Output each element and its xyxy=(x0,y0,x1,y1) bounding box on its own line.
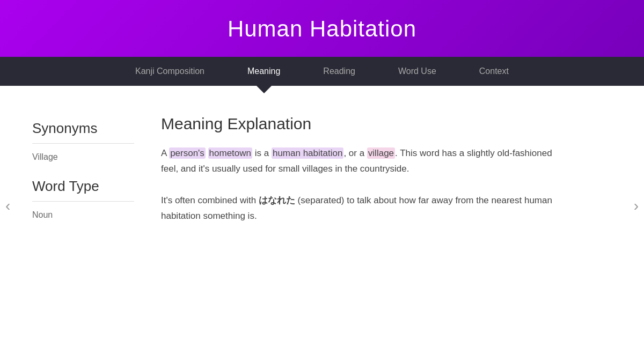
nav-indicator xyxy=(0,86,644,93)
highlight-persons: person's xyxy=(169,147,206,159)
header: Human Habitation xyxy=(0,0,644,57)
content-area: ‹ Synonyms Village Word Type Noun Meanin… xyxy=(0,93,644,319)
synonyms-heading: Synonyms xyxy=(32,120,134,144)
synonym-village: Village xyxy=(32,152,134,162)
tab-kanji-composition[interactable]: Kanji Composition xyxy=(114,57,226,86)
nav-bar: Kanji Composition Meaning Reading Word U… xyxy=(0,57,644,86)
highlight-hometown: hometown xyxy=(208,147,252,159)
prev-arrow[interactable]: ‹ xyxy=(5,197,10,215)
paragraph1-mid1 xyxy=(206,148,208,158)
tab-word-use[interactable]: Word Use xyxy=(377,57,458,86)
highlight-human-habitation: human habitation xyxy=(272,147,343,159)
main-content: Meaning Explanation A person's hometown … xyxy=(150,115,612,297)
paragraph1-mid3: , or a xyxy=(343,148,367,158)
tab-context[interactable]: Context xyxy=(458,57,530,86)
paragraph1-mid2: is a xyxy=(252,148,272,158)
tab-reading[interactable]: Reading xyxy=(302,57,377,86)
japanese-text: はなれた xyxy=(259,195,295,205)
paragraph1-pre: A xyxy=(161,148,169,158)
explanation-paragraph-1: A person's hometown is a human habitatio… xyxy=(161,146,569,177)
explanation-paragraph-2: It's often combined with はなれた (separated… xyxy=(161,193,569,224)
word-type-heading: Word Type xyxy=(32,178,134,202)
highlight-village: village xyxy=(367,147,395,159)
tab-meaning[interactable]: Meaning xyxy=(226,57,302,86)
sidebar: Synonyms Village Word Type Noun xyxy=(32,115,150,297)
word-type-noun: Noun xyxy=(32,210,134,220)
next-arrow[interactable]: › xyxy=(634,197,639,215)
paragraph2-pre: It's often combined with xyxy=(161,195,259,205)
section-title: Meaning Explanation xyxy=(161,115,612,133)
page-title: Human Habitation xyxy=(0,16,644,42)
